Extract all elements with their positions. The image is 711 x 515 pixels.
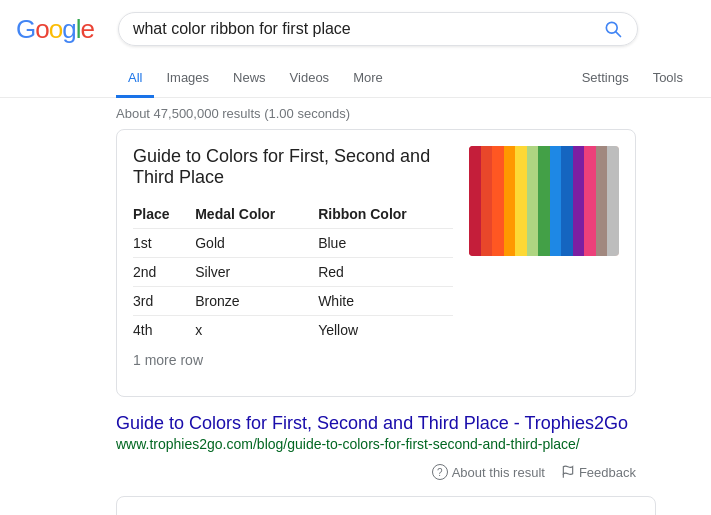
feedback-label: Feedback	[579, 465, 636, 480]
col-header-medal: Medal Color	[195, 200, 318, 229]
logo-o1: o	[35, 14, 48, 44]
nav-item-tools[interactable]: Tools	[641, 58, 695, 98]
search-button[interactable]	[603, 19, 623, 39]
table-row: 3rd Bronze White	[133, 287, 453, 316]
meta-row: ? About this result Feedback	[116, 456, 636, 488]
table-cell-ribbon: Red	[318, 258, 453, 287]
logo-e: e	[80, 14, 93, 44]
col-header-place: Place	[133, 200, 195, 229]
feedback-button[interactable]: Feedback	[561, 465, 636, 480]
table-cell-ribbon: White	[318, 287, 453, 316]
search-icon	[603, 19, 623, 39]
nav-item-more[interactable]: More	[341, 58, 395, 98]
flag-icon	[561, 465, 575, 479]
about-this-result-button[interactable]: ? About this result	[432, 464, 545, 480]
google-logo: Google	[16, 14, 94, 45]
more-row-link[interactable]: 1 more row	[133, 352, 453, 368]
table-cell-medal: Silver	[195, 258, 318, 287]
nav-item-all[interactable]: All	[116, 58, 154, 98]
about-label: About this result	[452, 465, 545, 480]
table-cell-medal: x	[195, 316, 318, 345]
result-table: Place Medal Color Ribbon Color 1st Gold …	[133, 200, 453, 344]
people-also-ask-section: People also ask What color is a first pl…	[116, 496, 656, 515]
nav-item-settings[interactable]: Settings	[570, 58, 641, 98]
result-info: About 47,500,000 results (1.00 seconds)	[0, 98, 711, 129]
logo-g2: g	[62, 14, 75, 44]
about-icon: ?	[432, 464, 448, 480]
people-also-ask-title: People also ask	[117, 497, 655, 515]
header: Google	[0, 0, 711, 58]
svg-line-1	[616, 32, 621, 37]
table-cell-place: 1st	[133, 229, 195, 258]
featured-snippet-card: Guide to Colors for First, Second and Th…	[116, 129, 636, 397]
table-row: 1st Gold Blue	[133, 229, 453, 258]
card-title: Guide to Colors for First, Second and Th…	[133, 146, 453, 188]
search-input[interactable]	[133, 20, 603, 38]
table-cell-place: 3rd	[133, 287, 195, 316]
nav-item-images[interactable]: Images	[154, 58, 221, 98]
nav-item-videos[interactable]: Videos	[278, 58, 342, 98]
col-header-ribbon: Ribbon Color	[318, 200, 453, 229]
table-cell-ribbon: Blue	[318, 229, 453, 258]
result-link-title[interactable]: Guide to Colors for First, Second and Th…	[116, 413, 636, 434]
table-cell-medal: Gold	[195, 229, 318, 258]
table-cell-place: 2nd	[133, 258, 195, 287]
nav-item-news[interactable]: News	[221, 58, 278, 98]
nav-bar: All Images News Videos More Settings Too…	[0, 58, 711, 98]
main-content: Guide to Colors for First, Second and Th…	[0, 129, 711, 515]
logo-g: G	[16, 14, 35, 44]
ribbon-image	[469, 146, 619, 256]
table-row: 4th x Yellow	[133, 316, 453, 345]
table-cell-place: 4th	[133, 316, 195, 345]
result-link-container: Guide to Colors for First, Second and Th…	[116, 413, 636, 452]
logo-o2: o	[49, 14, 62, 44]
search-bar	[118, 12, 638, 46]
table-row: 2nd Silver Red	[133, 258, 453, 287]
table-cell-medal: Bronze	[195, 287, 318, 316]
result-url: www.trophies2go.com/blog/guide-to-colors…	[116, 436, 636, 452]
table-cell-ribbon: Yellow	[318, 316, 453, 345]
